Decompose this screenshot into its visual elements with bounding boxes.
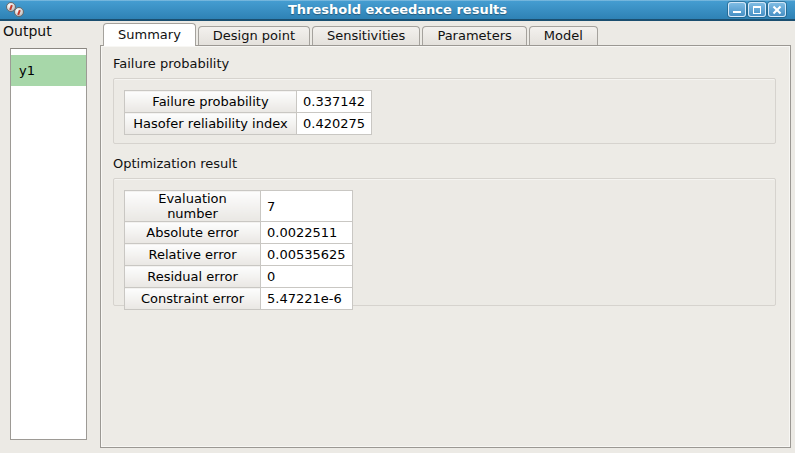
summary-tab-panel: Failure probability Failure probability … [100, 45, 791, 448]
table-row: Hasofer reliability index 0.420275 [125, 113, 372, 135]
tab-sensitivities[interactable]: Sensitivities [312, 26, 420, 45]
titlebar[interactable]: Threshold exceedance results [0, 0, 795, 21]
tab-model[interactable]: Model [529, 26, 598, 45]
row-value: 0.00535625 [261, 244, 353, 266]
row-label: Residual error [125, 266, 261, 288]
row-label: Hasofer reliability index [125, 113, 297, 135]
failure-probability-table: Failure probability 0.337142 Hasofer rel… [124, 90, 372, 135]
output-list[interactable]: y1 [10, 48, 87, 440]
row-value: 0.420275 [297, 113, 372, 135]
table-row: Evaluation number 7 [125, 191, 353, 222]
row-value: 7 [261, 191, 353, 222]
optimization-result-frame: Evaluation number 7 Absolute error 0.002… [113, 178, 776, 306]
row-value: 5.47221e-6 [261, 288, 353, 310]
row-label: Absolute error [125, 222, 261, 244]
results-tab-widget: Summary Design point Sensitivities Param… [100, 23, 791, 448]
table-row: Residual error 0 [125, 266, 353, 288]
output-panel: Output y1 [0, 21, 100, 453]
application-window: Threshold exceedance results Output y1 S… [0, 0, 795, 453]
table-row: Failure probability 0.337142 [125, 91, 372, 113]
minimize-icon [733, 11, 741, 13]
row-label: Failure probability [125, 91, 297, 113]
table-row: Absolute error 0.0022511 [125, 222, 353, 244]
window-controls [728, 2, 786, 17]
row-value: 0.0022511 [261, 222, 353, 244]
row-label: Evaluation number [125, 191, 261, 222]
tab-summary[interactable]: Summary [103, 23, 196, 46]
table-row: Constraint error 5.47221e-6 [125, 288, 353, 310]
failure-probability-group-title: Failure probability [113, 56, 776, 74]
maximize-icon [753, 6, 761, 14]
close-button[interactable] [768, 2, 786, 17]
row-label: Constraint error [125, 288, 261, 310]
tab-parameters[interactable]: Parameters [422, 26, 526, 45]
minimize-button[interactable] [728, 2, 746, 17]
maximize-button[interactable] [748, 2, 766, 17]
optimization-result-table: Evaluation number 7 Absolute error 0.002… [124, 190, 353, 310]
row-value: 0 [261, 266, 353, 288]
optimization-result-group-title: Optimization result [113, 156, 776, 174]
row-value: 0.337142 [297, 91, 372, 113]
tab-design-point[interactable]: Design point [198, 26, 310, 45]
tabbar: Summary Design point Sensitivities Param… [100, 23, 791, 45]
output-panel-header: Output [3, 23, 52, 39]
failure-probability-frame: Failure probability 0.337142 Hasofer rel… [113, 78, 776, 144]
window-title: Threshold exceedance results [0, 0, 795, 19]
failure-probability-group: Failure probability Failure probability … [113, 56, 776, 144]
row-label: Relative error [125, 244, 261, 266]
optimization-result-group: Optimization result Evaluation number 7 … [113, 156, 776, 306]
table-row: Relative error 0.00535625 [125, 244, 353, 266]
output-list-item-y1[interactable]: y1 [11, 55, 86, 86]
